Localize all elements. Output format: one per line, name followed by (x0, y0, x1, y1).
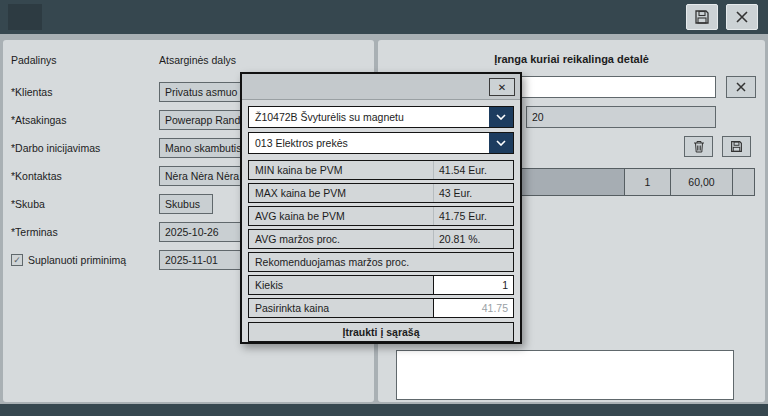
title-bar (0, 0, 768, 34)
stat-label: MAX kaina be PVM (249, 184, 433, 202)
reminder-checkbox[interactable]: ✓ (11, 254, 23, 266)
quantity-label: Kiekis (249, 276, 433, 294)
category-select[interactable]: 013 Elektros prekės (248, 132, 514, 154)
stat-value: 43 Eur. (433, 184, 513, 202)
close-icon (735, 10, 749, 24)
field-label: *Terminas (11, 226, 159, 238)
notes-textarea[interactable] (396, 350, 734, 400)
dialog-close-button[interactable]: ✕ (489, 78, 515, 96)
close-icon (735, 81, 747, 93)
chevron-down-icon[interactable] (489, 133, 513, 153)
status-bar (0, 404, 768, 416)
part-selection-dialog: ✕ Ž10472B Švyturėlis su magnetu 013 Elek… (240, 72, 522, 344)
stat-row-avg-margin: AVG maržos proc. 20.81 %. (248, 229, 514, 249)
add-to-list-button[interactable]: Įtraukti į sąrašą (248, 322, 514, 342)
stat-row-min-price: MIN kaina be PVM 41.54 Eur. (248, 160, 514, 180)
field-label-with-checkbox: ✓ Suplanuoti priminimą (11, 254, 159, 266)
close-window-button[interactable] (726, 4, 758, 30)
check-icon: ✓ (13, 256, 21, 265)
save-button[interactable] (686, 4, 718, 30)
klientas-field[interactable]: Privatus asmuo (159, 82, 241, 102)
terminas-field[interactable]: 2025-10-26 (159, 222, 241, 242)
save-part-button[interactable] (722, 136, 751, 157)
padalinys-label: Padalinys (11, 54, 159, 66)
dialog-titlebar: ✕ (242, 74, 520, 100)
selected-price-input[interactable]: 41.75 (433, 299, 513, 317)
part-price-cell: 60,00 (670, 169, 732, 195)
atsargines-dalys-label: Atsarginės dalys (159, 54, 236, 66)
clear-equipment-button[interactable] (726, 76, 756, 98)
save-icon (694, 9, 710, 25)
stat-label: AVG maržos proc. (249, 230, 433, 248)
equipment-panel-title: Įranga kuriai reikalinga detalė (378, 40, 765, 65)
stat-label: MIN kaina be PVM (249, 161, 433, 179)
stat-value: 41.54 Eur. (433, 161, 513, 179)
selected-price-row: Pasirinkta kaina 41.75 (248, 298, 514, 318)
window-controls (686, 4, 758, 30)
field-label: Suplanuoti priminimą (28, 254, 126, 266)
save-icon (730, 140, 743, 153)
field-label: *Skuba (11, 198, 159, 210)
part-qty-cell: 1 (624, 169, 670, 195)
menu-button[interactable] (8, 4, 42, 30)
chevron-down-icon[interactable] (489, 107, 513, 127)
stat-value: 20.81 %. (433, 230, 513, 248)
delete-part-button[interactable] (684, 136, 713, 157)
stat-value: 41.75 Eur. (433, 207, 513, 225)
part-select[interactable]: Ž10472B Švyturėlis su magnetu (248, 106, 514, 128)
quantity-field[interactable]: 20 (526, 106, 716, 128)
skuba-field[interactable]: Skubus (159, 194, 213, 214)
quantity-input[interactable]: 1 (433, 276, 513, 294)
field-label: *Kontaktas (11, 170, 159, 182)
stat-label: Rekomenduojamas maržos proc. (249, 253, 513, 271)
trash-icon (693, 140, 705, 153)
quantity-row: Kiekis 1 (248, 275, 514, 295)
stat-row-avg-price: AVG kaina be PVM 41.75 Eur. (248, 206, 514, 226)
field-label: *Atsakingas (11, 114, 159, 126)
selected-price-label: Pasirinkta kaina (249, 299, 433, 317)
part-extra-cell (732, 169, 754, 195)
close-icon: ✕ (498, 82, 506, 93)
stat-row-recommended-margin: Rekomenduojamas maržos proc. (248, 252, 514, 272)
stat-label: AVG kaina be PVM (249, 207, 433, 225)
reminder-date-field[interactable]: 2025-11-01 (159, 250, 241, 270)
field-label: *Darbo inicijavimas (11, 142, 159, 154)
field-label: *Klientas (11, 86, 159, 98)
part-select-value: Ž10472B Švyturėlis su magnetu (255, 111, 404, 123)
column-headers: Padalinys Atsarginės dalys (3, 40, 374, 66)
category-select-value: 013 Elektros prekės (255, 137, 348, 149)
stat-row-max-price: MAX kaina be PVM 43 Eur. (248, 183, 514, 203)
